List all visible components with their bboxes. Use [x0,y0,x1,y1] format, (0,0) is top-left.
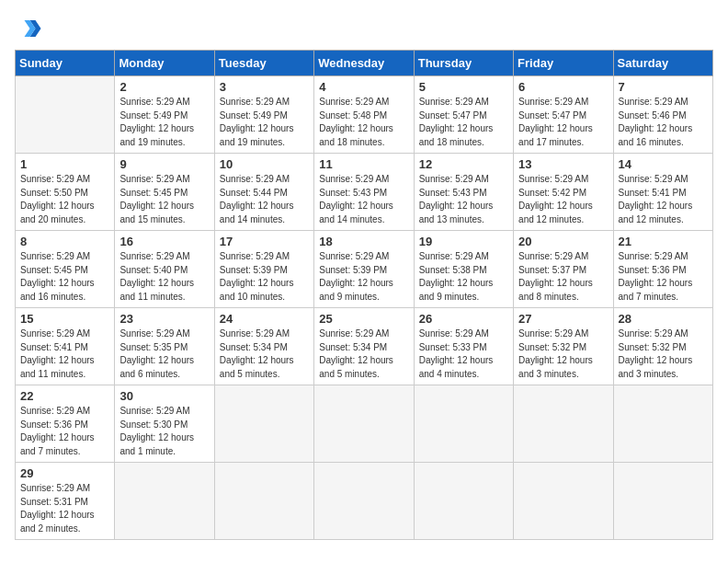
calendar-day-cell: 7Sunrise: 5:29 AM Sunset: 5:46 PM Daylig… [613,76,712,154]
day-detail: Sunrise: 5:29 AM Sunset: 5:44 PM Dayligh… [220,173,309,226]
day-number: 9 [119,157,209,171]
calendar-day-cell: 5Sunrise: 5:29 AM Sunset: 5:47 PM Daylig… [414,76,513,154]
calendar-day-cell: 4Sunrise: 5:29 AM Sunset: 5:48 PM Daylig… [314,76,414,154]
day-detail: Sunrise: 5:29 AM Sunset: 5:43 PM Dayligh… [319,173,408,226]
calendar-day-cell: 14Sunrise: 5:29 AM Sunset: 5:41 PM Dayli… [613,154,712,231]
calendar-day-header: Wednesday [314,51,414,76]
day-number: 12 [419,157,508,171]
calendar-day-cell: 13Sunrise: 5:29 AM Sunset: 5:42 PM Dayli… [514,154,613,231]
day-number: 25 [319,312,408,326]
calendar-day-cell: 30Sunrise: 5:29 AM Sunset: 5:30 PM Dayli… [115,385,214,463]
calendar-day-cell: 27Sunrise: 5:29 AM Sunset: 5:32 PM Dayli… [514,308,613,385]
day-detail: Sunrise: 5:29 AM Sunset: 5:50 PM Dayligh… [20,173,109,226]
day-number: 7 [619,80,708,94]
calendar-day-cell: 6Sunrise: 5:29 AM Sunset: 5:47 PM Daylig… [514,76,613,154]
calendar-day-header: Monday [115,51,214,76]
day-detail: Sunrise: 5:29 AM Sunset: 5:32 PM Dayligh… [619,327,708,381]
calendar-week-row: 15Sunrise: 5:29 AM Sunset: 5:41 PM Dayli… [16,308,713,385]
day-detail: Sunrise: 5:29 AM Sunset: 5:41 PM Dayligh… [20,327,109,381]
calendar-day-cell: 17Sunrise: 5:29 AM Sunset: 5:39 PM Dayli… [214,231,313,308]
calendar-day-cell: 1Sunrise: 5:29 AM Sunset: 5:50 PM Daylig… [16,154,115,231]
calendar-day-cell: 15Sunrise: 5:29 AM Sunset: 5:41 PM Dayli… [16,308,115,385]
calendar-day-cell: 21Sunrise: 5:29 AM Sunset: 5:36 PM Dayli… [613,231,712,308]
calendar-day-cell: 11Sunrise: 5:29 AM Sunset: 5:43 PM Dayli… [314,154,414,231]
calendar-day-header: Sunday [16,51,115,76]
day-detail: Sunrise: 5:29 AM Sunset: 5:49 PM Dayligh… [119,96,209,149]
day-detail: Sunrise: 5:29 AM Sunset: 5:39 PM Dayligh… [319,250,408,304]
calendar-day-cell [314,463,414,540]
calendar-day-cell [514,385,613,463]
day-detail: Sunrise: 5:29 AM Sunset: 5:47 PM Dayligh… [419,96,508,149]
day-number: 4 [319,80,408,94]
day-number: 8 [20,235,109,248]
calendar-day-cell: 3Sunrise: 5:29 AM Sunset: 5:49 PM Daylig… [214,76,313,154]
calendar-day-cell: 29Sunrise: 5:29 AM Sunset: 5:31 PM Dayli… [16,463,115,540]
calendar-day-cell: 20Sunrise: 5:29 AM Sunset: 5:37 PM Dayli… [514,231,613,308]
day-detail: Sunrise: 5:29 AM Sunset: 5:45 PM Dayligh… [119,173,209,226]
calendar-day-cell [16,76,115,154]
calendar-day-cell: 23Sunrise: 5:29 AM Sunset: 5:35 PM Dayli… [115,308,214,385]
day-detail: Sunrise: 5:29 AM Sunset: 5:43 PM Dayligh… [419,173,508,226]
calendar-day-cell [414,463,513,540]
day-detail: Sunrise: 5:29 AM Sunset: 5:34 PM Dayligh… [220,327,309,381]
calendar-day-cell [115,463,214,540]
day-detail: Sunrise: 5:29 AM Sunset: 5:37 PM Dayligh… [518,250,608,304]
day-number: 5 [419,80,508,94]
calendar-day-cell [613,385,712,463]
day-number: 20 [518,235,608,248]
calendar-day-cell: 25Sunrise: 5:29 AM Sunset: 5:34 PM Dayli… [314,308,414,385]
day-detail: Sunrise: 5:29 AM Sunset: 5:40 PM Dayligh… [119,250,209,304]
day-number: 18 [319,235,408,248]
logo-icon [15,15,42,42]
calendar-day-cell: 8Sunrise: 5:29 AM Sunset: 5:45 PM Daylig… [16,231,115,308]
calendar-day-header: Tuesday [214,51,313,76]
day-number: 22 [20,389,109,403]
day-number: 23 [119,312,209,326]
calendar-day-cell: 22Sunrise: 5:29 AM Sunset: 5:36 PM Dayli… [16,385,115,463]
calendar-body: 2Sunrise: 5:29 AM Sunset: 5:49 PM Daylig… [16,76,713,540]
day-number: 10 [220,157,309,171]
calendar-day-cell: 10Sunrise: 5:29 AM Sunset: 5:44 PM Dayli… [214,154,313,231]
calendar-table: SundayMondayTuesdayWednesdayThursdayFrid… [15,50,713,540]
calendar-day-cell [613,463,712,540]
day-detail: Sunrise: 5:29 AM Sunset: 5:32 PM Dayligh… [518,327,608,381]
calendar-day-cell: 9Sunrise: 5:29 AM Sunset: 5:45 PM Daylig… [115,154,214,231]
calendar-header-row: SundayMondayTuesdayWednesdayThursdayFrid… [16,51,713,76]
calendar-day-cell [414,385,513,463]
calendar-week-row: 22Sunrise: 5:29 AM Sunset: 5:36 PM Dayli… [16,385,713,463]
calendar-day-cell: 26Sunrise: 5:29 AM Sunset: 5:33 PM Dayli… [414,308,513,385]
day-number: 15 [20,312,109,326]
calendar-day-cell: 16Sunrise: 5:29 AM Sunset: 5:40 PM Dayli… [115,231,214,308]
day-number: 21 [619,235,708,248]
calendar-day-cell [314,385,414,463]
calendar-day-cell [214,463,313,540]
logo [15,15,46,42]
day-detail: Sunrise: 5:29 AM Sunset: 5:45 PM Dayligh… [20,250,109,304]
day-detail: Sunrise: 5:29 AM Sunset: 5:48 PM Dayligh… [319,96,408,149]
calendar-week-row: 29Sunrise: 5:29 AM Sunset: 5:31 PM Dayli… [16,463,713,540]
day-detail: Sunrise: 5:29 AM Sunset: 5:36 PM Dayligh… [20,405,109,458]
day-detail: Sunrise: 5:29 AM Sunset: 5:33 PM Dayligh… [419,327,508,381]
day-detail: Sunrise: 5:29 AM Sunset: 5:49 PM Dayligh… [220,96,309,149]
day-number: 26 [419,312,508,326]
day-number: 27 [518,312,608,326]
page-header [15,15,713,42]
day-number: 2 [119,80,209,94]
day-number: 1 [20,157,109,171]
calendar-day-header: Saturday [613,51,712,76]
day-detail: Sunrise: 5:29 AM Sunset: 5:39 PM Dayligh… [220,250,309,304]
calendar-week-row: 1Sunrise: 5:29 AM Sunset: 5:50 PM Daylig… [16,154,713,231]
day-detail: Sunrise: 5:29 AM Sunset: 5:46 PM Dayligh… [619,96,708,149]
day-detail: Sunrise: 5:29 AM Sunset: 5:38 PM Dayligh… [419,250,508,304]
day-number: 11 [319,157,408,171]
calendar-week-row: 2Sunrise: 5:29 AM Sunset: 5:49 PM Daylig… [16,76,713,154]
day-number: 30 [119,389,209,403]
calendar-day-cell: 18Sunrise: 5:29 AM Sunset: 5:39 PM Dayli… [314,231,414,308]
calendar-day-cell [214,385,313,463]
calendar-day-header: Thursday [414,51,513,76]
calendar-week-row: 8Sunrise: 5:29 AM Sunset: 5:45 PM Daylig… [16,231,713,308]
day-number: 16 [119,235,209,248]
day-number: 14 [619,157,708,171]
day-number: 28 [619,312,708,326]
calendar-day-cell [514,463,613,540]
